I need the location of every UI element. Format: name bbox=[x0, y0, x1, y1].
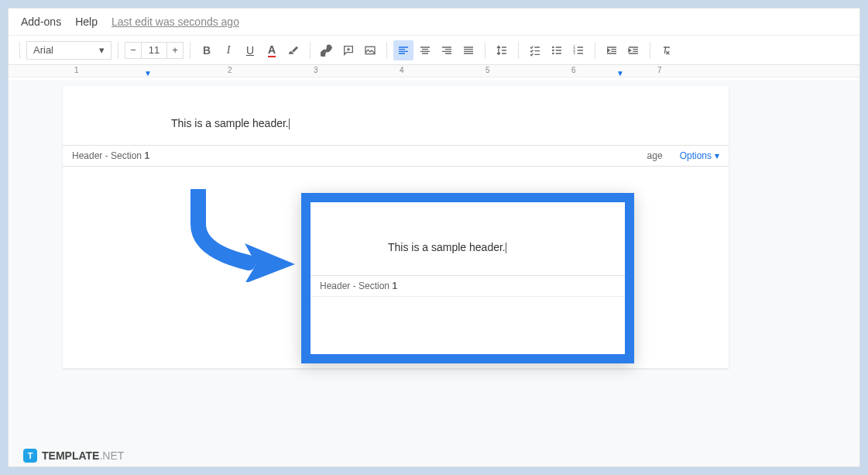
ruler-mark: 1 bbox=[74, 66, 79, 74]
left-indent-marker[interactable]: ▼ bbox=[144, 69, 152, 77]
checklist-button[interactable] bbox=[525, 40, 545, 60]
brand-text: TEMPLATE bbox=[42, 449, 99, 462]
right-indent-marker[interactable]: ▼ bbox=[616, 69, 624, 77]
brand-watermark: T TEMPLATE.NET bbox=[23, 449, 124, 463]
overlay-header-content: This is a sample header. bbox=[310, 202, 625, 275]
menu-addons[interactable]: Add-ons bbox=[21, 15, 61, 28]
bullet-list-button[interactable] bbox=[547, 40, 567, 60]
line-spacing-button[interactable] bbox=[492, 40, 512, 60]
ruler-mark: 2 bbox=[228, 66, 232, 74]
svg-point-3 bbox=[552, 46, 554, 48]
link-button[interactable] bbox=[317, 40, 337, 60]
bold-button[interactable]: B bbox=[197, 40, 217, 60]
overlay-section-bar: Header - Section 1 bbox=[310, 275, 625, 297]
chevron-down-icon: ▾ bbox=[99, 44, 105, 56]
header-content[interactable]: This is a sample header. bbox=[63, 86, 729, 145]
underline-button[interactable]: U bbox=[240, 40, 260, 60]
increase-size-button[interactable]: + bbox=[166, 42, 184, 59]
text-cursor bbox=[289, 119, 290, 129]
comment-button[interactable] bbox=[338, 40, 359, 60]
header-section-label: Header - Section 1 bbox=[72, 150, 149, 161]
different-first-page-partial[interactable]: age bbox=[647, 150, 663, 161]
toolbar: Arial ▾ − 11 + B I U A bbox=[9, 36, 859, 65]
svg-point-4 bbox=[552, 49, 554, 51]
align-center-button[interactable] bbox=[415, 40, 435, 60]
header-options-button[interactable]: Options▾ bbox=[680, 150, 719, 161]
menu-help[interactable]: Help bbox=[75, 15, 98, 28]
align-justify-button[interactable] bbox=[458, 40, 479, 60]
header-text[interactable]: This is a sample header. bbox=[171, 117, 289, 129]
ruler-mark: 4 bbox=[400, 66, 404, 74]
ruler: 1 ▼ 2 3 4 5 6 ▼ 7 bbox=[9, 65, 859, 77]
ruler-mark: 5 bbox=[485, 66, 490, 74]
align-right-button[interactable] bbox=[437, 40, 457, 60]
overlay-header-text: This is a sample header. bbox=[388, 241, 506, 253]
align-left-button[interactable] bbox=[393, 40, 413, 60]
font-select[interactable]: Arial ▾ bbox=[26, 41, 112, 60]
text-cursor bbox=[506, 243, 506, 253]
brand-logo-icon: T bbox=[23, 449, 37, 463]
chevron-down-icon: ▾ bbox=[715, 150, 719, 161]
font-name: Arial bbox=[33, 44, 53, 56]
ruler-mark: 6 bbox=[571, 66, 576, 74]
brand-domain: .NET bbox=[99, 449, 124, 462]
numbered-list-button[interactable]: 123 bbox=[568, 40, 588, 60]
highlight-button[interactable] bbox=[283, 40, 304, 60]
increase-indent-button[interactable] bbox=[623, 40, 643, 60]
ruler-mark: 7 bbox=[657, 66, 662, 74]
arrow-annotation bbox=[183, 189, 307, 282]
zoom-overlay: This is a sample header. Header - Sectio… bbox=[301, 193, 634, 363]
ruler-mark: 3 bbox=[314, 66, 318, 74]
decrease-size-button[interactable]: − bbox=[125, 42, 142, 59]
last-edit-link[interactable]: Last edit was seconds ago bbox=[112, 15, 239, 28]
header-section-bar: Header - Section 1 age Options▾ bbox=[63, 145, 729, 167]
italic-button[interactable]: I bbox=[218, 40, 238, 60]
decrease-indent-button[interactable] bbox=[602, 40, 622, 60]
clear-formatting-button[interactable] bbox=[657, 40, 677, 60]
svg-text:3: 3 bbox=[573, 51, 575, 55]
font-size-value[interactable]: 11 bbox=[142, 42, 166, 59]
image-button[interactable] bbox=[360, 40, 380, 60]
font-size-stepper[interactable]: − 11 + bbox=[125, 42, 184, 59]
text-color-button[interactable]: A bbox=[262, 40, 282, 60]
svg-point-5 bbox=[552, 52, 554, 54]
